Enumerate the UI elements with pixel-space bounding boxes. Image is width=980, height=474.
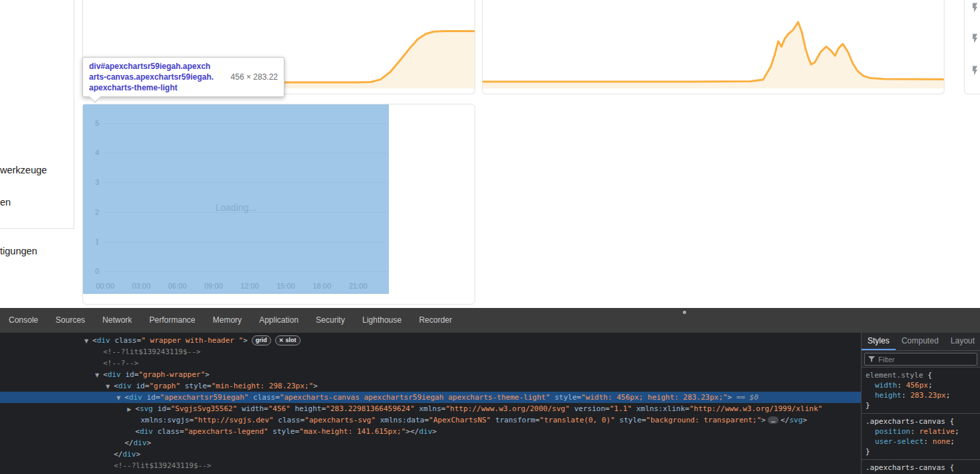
- devtools-tab-sources[interactable]: Sources: [47, 308, 94, 333]
- code-token: "http://www.w3.org/2000/svg": [446, 404, 570, 413]
- expand-arrow-icon[interactable]: ▼: [84, 335, 92, 347]
- code-token: </: [410, 427, 419, 436]
- styles-tab-computed[interactable]: Computed: [896, 333, 945, 350]
- code-token: [491, 416, 495, 424]
- area-chart: [483, 0, 944, 93]
- code-token: <!--?-->: [103, 359, 139, 368]
- code-token: =: [145, 382, 149, 390]
- code-token: style: [554, 393, 576, 402]
- code-token: >: [803, 416, 807, 424]
- code-token: "min-height: 298.23px;": [212, 382, 313, 390]
- sidebar-item-notifications[interactable]: tigungen: [0, 246, 37, 256]
- elements-tree-row[interactable]: ▼<div id="apexchartsr59iegah" class="ape…: [0, 392, 861, 403]
- expand-arrow-icon[interactable]: ▼: [106, 381, 114, 392]
- filter-input[interactable]: Filter: [864, 353, 977, 366]
- code-token: </: [114, 450, 122, 459]
- elements-tree-row[interactable]: </div>: [0, 449, 861, 460]
- code-token: =: [424, 416, 429, 424]
- styles-sidebar: StylesComputedLayout Filter element.styl…: [861, 333, 980, 474]
- tooltip-selector-line: arts-canvas.apexchartsr59iegah.: [89, 72, 214, 82]
- code-token: div: [122, 450, 136, 459]
- code-token: width: [242, 404, 264, 413]
- devtools-tab-lighthouse[interactable]: Lighthouse: [353, 308, 410, 333]
- code-token: >: [313, 382, 318, 390]
- code-token: =: [685, 404, 689, 413]
- code-token: style: [619, 416, 641, 424]
- devtools-tab-performance[interactable]: Performance: [141, 308, 204, 333]
- slot-badge[interactable]: ✕slot: [275, 335, 301, 345]
- code-token: [376, 416, 380, 424]
- code-token: =: [441, 404, 446, 413]
- elements-tree-row[interactable]: <div class="apexcharts-legend" style="ma…: [0, 426, 861, 437]
- code-token: =: [275, 393, 280, 402]
- code-token: =: [155, 393, 160, 402]
- code-token: div: [118, 382, 132, 390]
- lightning-bolt-icon: [969, 2, 980, 13]
- elements-tree-row[interactable]: <!--?lit$139243119$-->: [0, 346, 861, 358]
- code-token: "283.22981366459624": [326, 404, 414, 413]
- loading-chart-card: 54321000:0003:0006:0009:0012:0015:0018:0…: [82, 104, 475, 305]
- devtools-tab-network[interactable]: Network: [94, 308, 141, 333]
- code-token: [414, 404, 419, 413]
- code-token: xmlns:svgjs: [141, 416, 189, 424]
- elements-tree-row[interactable]: ▼<div id="graph" style="min-height: 298.…: [0, 380, 861, 392]
- code-token: div: [133, 439, 147, 447]
- code-token: <: [135, 404, 140, 413]
- devtools-tab-console[interactable]: Console: [0, 308, 47, 333]
- elements-tree-row[interactable]: </div>: [0, 437, 861, 449]
- styles-tab-layout[interactable]: Layout: [945, 333, 980, 350]
- css-selector[interactable]: .apexcharts-canvas {: [866, 416, 978, 426]
- code-token: id: [157, 404, 166, 413]
- devtools-tab-application[interactable]: Application: [250, 308, 307, 333]
- styles-filter-bar: Filter: [862, 351, 980, 368]
- code-token: >: [432, 427, 437, 436]
- css-declaration[interactable]: height: 283.23px;: [866, 390, 978, 400]
- code-token: div: [108, 370, 121, 379]
- expand-arrow-icon[interactable]: ▶: [127, 404, 135, 415]
- lightning-bolt-icon: [969, 33, 980, 44]
- elements-tree-row[interactable]: ▼<div class=" wrapper with-header ">grid…: [0, 335, 861, 346]
- code-token: <: [125, 393, 129, 402]
- devtools-tab-memory[interactable]: Memory: [204, 308, 250, 333]
- grid-badge[interactable]: grid: [252, 335, 271, 345]
- filter-placeholder: Filter: [878, 356, 894, 364]
- css-declaration[interactable]: position: relative;: [866, 426, 978, 437]
- code-token: div: [129, 393, 143, 402]
- styles-tab-bar: StylesComputedLayout: [862, 333, 980, 351]
- elements-tree-row[interactable]: <!--?-->: [0, 358, 861, 369]
- code-token: "graph": [149, 382, 180, 390]
- inline-expand-button[interactable]: …: [768, 416, 779, 424]
- tooltip-arrow: [90, 92, 101, 103]
- devtools-tab-security[interactable]: Security: [307, 308, 353, 333]
- slot-badge-icon: ✕: [279, 337, 284, 343]
- lightning-bolt-icon: [969, 65, 980, 76]
- devtools-panel: ConsoleSourcesNetworkPerformanceMemoryAp…: [0, 308, 980, 474]
- sidebar-item[interactable]: en: [0, 197, 11, 208]
- devtools-tab-recorder[interactable]: Recorder: [410, 308, 461, 333]
- elements-tree-row[interactable]: <!--?lit$139243119$-->: [0, 460, 861, 471]
- code-token: =: [207, 382, 212, 390]
- css-declaration[interactable]: width: 456px;: [866, 380, 978, 390]
- css-declaration[interactable]: user-select: none;: [866, 437, 978, 447]
- css-selector[interactable]: element.style {: [866, 370, 978, 380]
- apexcharts-canvas: 54321000:0003:0006:0009:0012:0015:0018:0…: [83, 104, 389, 294]
- code-token: id: [125, 370, 134, 379]
- css-selector[interactable]: .apexcharts-canvas {: [866, 463, 978, 473]
- code-token: class: [157, 427, 179, 436]
- code-token: id: [136, 382, 145, 390]
- elements-tree-row[interactable]: xmlns:svgjs="http://svgjs.dev" class="ap…: [0, 414, 861, 426]
- elements-tree-row[interactable]: ▶<svg id="SvgjsSvg35562" width="456" hei…: [0, 403, 861, 414]
- code-token: div: [419, 427, 432, 436]
- code-token: "http://www.w3.org/1999/xlink": [689, 404, 823, 413]
- code-token: height: [295, 404, 321, 413]
- sidebar-item-developer-tools[interactable]: werkzeuge: [0, 165, 47, 175]
- css-rule-close: }: [866, 447, 978, 457]
- code-token: =: [134, 370, 139, 379]
- code-token: "background: transparent;": [646, 416, 761, 424]
- expand-arrow-icon[interactable]: ▼: [95, 370, 103, 381]
- styles-tab-styles[interactable]: Styles: [862, 333, 896, 350]
- expand-arrow-icon[interactable]: ▼: [116, 392, 125, 404]
- elements-tree-row[interactable]: ▼<div id="graph-wrapper">: [0, 369, 861, 380]
- code-token: class: [253, 393, 275, 402]
- page-content: werkzeuge en tigungen 54321000:0003:0006…: [0, 0, 980, 308]
